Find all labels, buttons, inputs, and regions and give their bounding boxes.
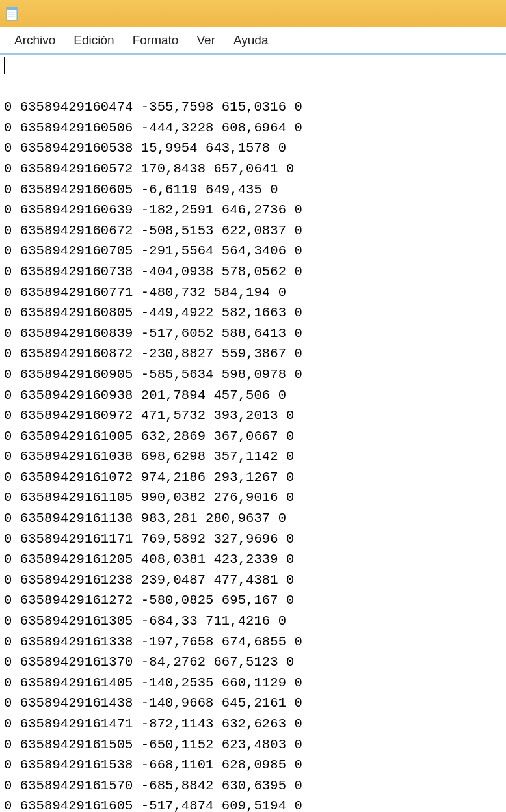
text-line: 0 63589429161405 -140,2535 660,1129 0 xyxy=(4,673,502,694)
menu-ayuda[interactable]: Ayuda xyxy=(224,29,278,51)
text-editor-area[interactable]: 0 63589429160474 -355,7598 615,0316 00 6… xyxy=(0,55,506,812)
text-line: 0 63589429161105 990,0382 276,9016 0 xyxy=(4,487,502,508)
title-bar[interactable] xyxy=(0,0,506,27)
text-line: 0 63589429160705 -291,5564 564,3406 0 xyxy=(4,241,502,262)
text-line: 0 63589429160738 -404,0938 578,0562 0 xyxy=(4,262,502,282)
text-line: 0 63589429160771 -480,732 584,194 0 xyxy=(4,282,502,303)
text-line: 0 63589429161538 -668,1101 628,0985 0 xyxy=(4,755,502,776)
menu-edicion[interactable]: Edición xyxy=(64,29,123,51)
menu-formato[interactable]: Formato xyxy=(124,29,188,51)
text-line: 0 63589429160839 -517,6052 588,6413 0 xyxy=(4,323,502,344)
menu-ver[interactable]: Ver xyxy=(187,29,224,51)
text-line: 0 63589429161438 -140,9668 645,2161 0 xyxy=(4,693,502,714)
text-line: 0 63589429160905 -585,5634 598,0978 0 xyxy=(4,364,502,385)
text-line: 0 63589429160572 170,8438 657,0641 0 xyxy=(4,159,502,180)
notepad-icon xyxy=(5,6,18,21)
svg-rect-1 xyxy=(7,7,17,10)
text-line: 0 63589429160474 -355,7598 615,0316 0 xyxy=(4,97,502,118)
text-line: 0 63589429161272 -580,0825 695,167 0 xyxy=(4,590,502,611)
text-line: 0 63589429160805 -449,4922 582,1663 0 xyxy=(4,303,502,323)
text-line: 0 63589429160938 201,7894 457,506 0 xyxy=(4,385,502,406)
text-cursor xyxy=(4,57,5,74)
text-line: 0 63589429160972 471,5732 393,2013 0 xyxy=(4,405,502,426)
text-line: 0 63589429161505 -650,1152 623,4803 0 xyxy=(4,735,502,755)
text-line: 0 63589429160538 15,9954 643,1578 0 xyxy=(4,138,502,159)
text-line: 0 63589429161138 983,281 280,9637 0 xyxy=(4,508,502,529)
text-line: 0 63589429160639 -182,2591 646,2736 0 xyxy=(4,200,502,221)
text-line: 0 63589429161072 974,2186 293,1267 0 xyxy=(4,467,502,488)
text-line: 0 63589429161205 408,0381 423,2339 0 xyxy=(4,549,502,570)
text-line: 0 63589429161038 698,6298 357,1142 0 xyxy=(4,446,502,467)
menu-archivo[interactable]: Archivo xyxy=(5,29,64,51)
text-line: 0 63589429161238 239,0487 477,4381 0 xyxy=(4,570,502,591)
text-line: 0 63589429161005 632,2869 367,0667 0 xyxy=(4,426,502,447)
text-line: 0 63589429160672 -508,5153 622,0837 0 xyxy=(4,221,502,241)
text-line: 0 63589429161605 -517,4874 609,5194 0 xyxy=(4,796,502,812)
text-line: 0 63589429161338 -197,7658 674,6855 0 xyxy=(4,632,502,653)
text-line: 0 63589429161171 769,5892 327,9696 0 xyxy=(4,529,502,550)
text-line: 0 63589429161570 -685,8842 630,6395 0 xyxy=(4,776,502,796)
text-line: 0 63589429161305 -684,33 711,4216 0 xyxy=(4,611,502,632)
menu-bar: Archivo Edición Formato Ver Ayuda xyxy=(0,27,506,53)
text-line: 0 63589429160872 -230,8827 559,3867 0 xyxy=(4,344,502,364)
text-line: 0 63589429161471 -872,1143 632,6263 0 xyxy=(4,714,502,735)
text-line: 0 63589429160506 -444,3228 608,6964 0 xyxy=(4,118,502,139)
text-line: 0 63589429161370 -84,2762 667,5123 0 xyxy=(4,652,502,673)
text-line: 0 63589429160605 -6,6119 649,435 0 xyxy=(4,180,502,200)
